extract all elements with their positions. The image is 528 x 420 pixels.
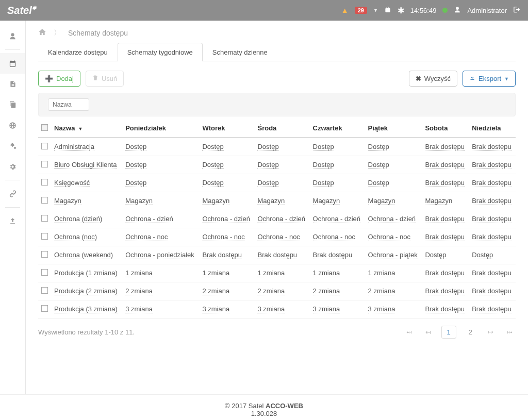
cell-fri[interactable]: 2 zmiana	[368, 287, 395, 295]
row-name[interactable]: Administracja	[54, 143, 94, 151]
cell-sat[interactable]: Brak dostępu	[425, 143, 465, 151]
cell-tue[interactable]: Magazyn	[202, 197, 229, 205]
cell-tue[interactable]: 1 zmiana	[202, 269, 229, 277]
cell-tue[interactable]: Dostęp	[202, 161, 223, 169]
row-checkbox[interactable]	[41, 215, 48, 222]
sidebar-item-gears[interactable]	[0, 136, 25, 156]
cell-fri[interactable]: 1 zmiana	[368, 269, 395, 277]
col-name[interactable]: Nazwa▼	[51, 120, 122, 138]
cell-mon[interactable]: Ochrona - dzień	[125, 215, 173, 223]
row-name[interactable]: Biuro Obsługi Klienta	[54, 161, 117, 169]
cell-sun[interactable]: Brak dostępu	[472, 179, 512, 187]
cell-wed[interactable]: Brak dostępu	[257, 251, 297, 259]
cell-thu[interactable]: Dostęp	[313, 179, 334, 187]
cell-thu[interactable]: Dostęp	[313, 161, 334, 169]
sidebar-item-doc[interactable]	[0, 74, 25, 94]
cell-wed[interactable]: Ochrona - dzień	[257, 215, 305, 223]
sidebar-item-upload[interactable]	[0, 211, 25, 231]
cell-sun[interactable]: Brak dostępu	[472, 143, 512, 151]
row-name[interactable]: Ochrona (dzień)	[54, 215, 102, 223]
cell-mon[interactable]: Ochrona - poniedziałek	[125, 251, 194, 259]
pager-next-icon[interactable]: ↦	[485, 327, 497, 337]
add-button[interactable]: ➕ Dodaj	[38, 71, 80, 87]
home-icon[interactable]	[38, 28, 46, 38]
cell-wed[interactable]: 1 zmiana	[257, 269, 285, 277]
col-tue[interactable]: Wtorek	[199, 120, 254, 138]
cell-wed[interactable]: Ochrona - noc	[257, 233, 300, 241]
row-checkbox[interactable]	[41, 269, 48, 276]
cell-sat[interactable]: Brak dostępu	[425, 233, 465, 241]
cell-tue[interactable]: 2 zmiana	[202, 287, 229, 295]
sidebar-item-calendar[interactable]	[0, 53, 25, 74]
row-name[interactable]: Produkcja (1 zmiana)	[54, 269, 118, 277]
cell-fri[interactable]: Magazyn	[368, 197, 395, 205]
cell-tue[interactable]: Ochrona - noc	[202, 233, 244, 241]
cell-wed[interactable]: 3 zmiana	[257, 305, 285, 313]
cell-mon[interactable]: 1 zmiana	[125, 269, 153, 277]
sidebar-item-link[interactable]	[0, 183, 25, 204]
cell-sat[interactable]: Dostęp	[425, 251, 446, 259]
row-name[interactable]: Księgowość	[54, 179, 90, 187]
cell-thu[interactable]: Dostęp	[313, 143, 334, 151]
sidebar-item-gear[interactable]	[0, 156, 25, 177]
sidebar-item-user[interactable]	[0, 26, 25, 46]
col-thu[interactable]: Czwartek	[310, 120, 365, 138]
clear-button[interactable]: ✖ Wyczyść	[409, 71, 457, 87]
cell-sat[interactable]: Brak dostępu	[425, 305, 465, 313]
cell-thu[interactable]: Magazyn	[313, 197, 340, 205]
row-name[interactable]: Produkcja (3 zmiana)	[54, 305, 118, 313]
cell-sat[interactable]: Brak dostępu	[425, 215, 465, 223]
row-checkbox[interactable]	[41, 197, 48, 204]
cell-sun[interactable]: Brak dostępu	[472, 161, 512, 169]
alert-badge[interactable]: 29	[355, 7, 367, 14]
cell-tue[interactable]: Brak dostępu	[202, 251, 242, 259]
cell-mon[interactable]: Magazyn	[125, 197, 153, 205]
logout-icon[interactable]	[513, 6, 521, 15]
pager-page-2[interactable]: 2	[464, 326, 477, 338]
cell-tue[interactable]: Dostęp	[202, 143, 223, 151]
col-fri[interactable]: Piątek	[365, 120, 422, 138]
cell-sat[interactable]: Brak dostępu	[425, 269, 465, 277]
cell-mon[interactable]: Dostęp	[125, 161, 146, 169]
cell-tue[interactable]: 3 zmiana	[202, 305, 229, 313]
cell-sun[interactable]: Brak dostępu	[472, 305, 512, 313]
cell-sun[interactable]: Brak dostępu	[472, 269, 512, 277]
cell-tue[interactable]: Dostęp	[202, 179, 223, 187]
cell-fri[interactable]: Dostęp	[368, 143, 389, 151]
col-sun[interactable]: Niedziela	[469, 120, 516, 138]
export-button[interactable]: Eksport ▼	[463, 71, 516, 87]
row-checkbox[interactable]	[41, 143, 48, 149]
cell-fri[interactable]: 3 zmiana	[368, 305, 395, 313]
row-checkbox[interactable]	[41, 233, 48, 240]
unlock-icon[interactable]	[384, 6, 391, 15]
row-checkbox[interactable]	[41, 179, 48, 186]
cell-mon[interactable]: Ochrona - noc	[125, 233, 168, 241]
sidebar-item-globe[interactable]	[0, 115, 25, 136]
cell-mon[interactable]: Dostęp	[125, 179, 146, 187]
tab-daily[interactable]: Schematy dzienne	[203, 43, 277, 61]
cell-fri[interactable]: Ochrona - piątek	[368, 251, 418, 259]
cell-wed[interactable]: Dostęp	[257, 143, 278, 151]
cell-wed[interactable]: Dostęp	[257, 179, 278, 187]
row-checkbox[interactable]	[41, 287, 48, 294]
asterisk-icon[interactable]: ✱	[398, 6, 404, 15]
cell-sun[interactable]: Brak dostępu	[472, 287, 512, 295]
cell-tue[interactable]: Ochrona - dzień	[202, 215, 250, 223]
cell-fri[interactable]: Ochrona - noc	[368, 233, 410, 241]
cell-wed[interactable]: 2 zmiana	[257, 287, 285, 295]
row-name[interactable]: Produkcja (2 zmiana)	[54, 287, 118, 295]
cell-fri[interactable]: Dostęp	[368, 179, 389, 187]
cell-mon[interactable]: Dostęp	[125, 143, 146, 151]
sidebar-item-copy[interactable]	[0, 94, 25, 115]
row-checkbox[interactable]	[41, 161, 48, 167]
tab-weekly[interactable]: Schematy tygodniowe	[118, 43, 203, 61]
tab-calendars[interactable]: Kalendarze dostępu	[38, 43, 118, 61]
row-name[interactable]: Magazyn	[54, 197, 81, 205]
alert-dropdown-caret[interactable]: ▼	[373, 8, 378, 13]
warning-icon[interactable]: ▲	[341, 6, 349, 14]
user-name[interactable]: Administrator	[467, 7, 507, 14]
cell-thu[interactable]: Ochrona - noc	[313, 233, 355, 241]
cell-fri[interactable]: Dostęp	[368, 161, 389, 169]
cell-sun[interactable]: Brak dostępu	[472, 197, 512, 205]
cell-fri[interactable]: Ochrona - dzień	[368, 215, 416, 223]
